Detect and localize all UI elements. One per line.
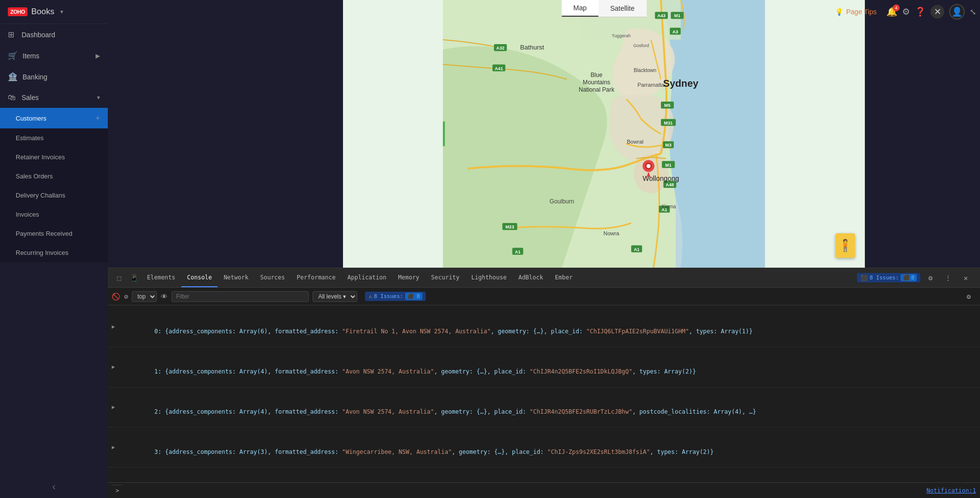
notification-link[interactable]: Notification:1 — [927, 487, 976, 494]
page-tips-button[interactable]: 💡 Page Tips — [830, 5, 882, 19]
console-line-3: ▶ 3: {address_components: Array(3), form… — [108, 427, 980, 468]
customers-add-icon[interactable]: + — [96, 114, 100, 123]
issues-badge[interactable]: ⬛ 8 Issues: ⬛ 8 — [857, 273, 920, 282]
issues-text: 8 Issues: — [374, 293, 403, 299]
tab-network[interactable]: Network — [218, 268, 254, 287]
svg-text:Bowral: Bowral — [627, 139, 643, 145]
satellite-view-button[interactable]: Satellite — [598, 0, 646, 17]
tab-memory[interactable]: Memory — [392, 268, 425, 287]
tab-sources[interactable]: Sources — [254, 268, 291, 287]
sidebar-item-label: Items — [23, 52, 39, 60]
avatar: 👤 — [949, 4, 965, 20]
sidebar-item-sales-orders[interactable]: Sales Orders — [0, 167, 108, 186]
console-issues-badge[interactable]: ⚠ 8 Issues: ⬛ 8 — [365, 292, 425, 301]
banking-icon: 🏦 — [8, 72, 18, 81]
sidebar-item-retainer-invoices[interactable]: Retainer Invoices — [0, 148, 108, 167]
tab-lighthouse[interactable]: Lighthouse — [466, 268, 513, 287]
header-actions: 💡 Page Tips 🔔 4 ⚙ ❓ ✕ 👤 ⤡ — [830, 4, 976, 20]
map-container[interactable]: Map Satellite — [343, 0, 865, 268]
devtools-tabbar: ⬚ 📱 Elements Console Network Sources Per… — [108, 268, 980, 288]
question-icon: ❓ — [915, 7, 926, 17]
console-eye-icon[interactable]: 👁 — [161, 293, 168, 300]
expand-arrow-icon[interactable]: ▶ — [112, 323, 115, 332]
issues-count-num: ⬛ 8 — [405, 293, 422, 300]
sidebar: ZOHO Books ▾ ⊞ Dashboard 🛒 Items ▶ 🏦 Ban… — [0, 0, 108, 498]
sidebar-item-delivery-challans[interactable]: Delivery Challans — [0, 186, 108, 205]
devtools-settings-icon[interactable]: ⚙ — [923, 271, 938, 285]
console-filter-input[interactable] — [172, 291, 309, 302]
lightbulb-icon: 💡 — [835, 8, 843, 16]
map-view-button[interactable]: Map — [562, 0, 598, 17]
console-clear-icon[interactable]: 🚫 — [112, 293, 120, 300]
settings-button[interactable]: ⚙ — [902, 6, 910, 17]
svg-text:Parramatta: Parramatta — [637, 82, 665, 88]
svg-text:A43: A43 — [657, 13, 665, 18]
console-context-select[interactable]: top — [132, 291, 157, 302]
street-view-icon[interactable]: 🧍 — [835, 233, 855, 258]
console-filter-icon[interactable]: ⊘ — [124, 293, 128, 300]
close-icon: ✕ — [931, 5, 944, 19]
help-button[interactable]: ❓ — [915, 6, 926, 17]
console-line-1: ▶ 1: {address_components: Array(4), form… — [108, 348, 980, 388]
tab-application[interactable]: Application — [342, 268, 392, 287]
expand-arrow-icon[interactable]: ▶ — [112, 403, 115, 412]
sidebar-item-sales[interactable]: 🛍 Sales ▾ — [0, 87, 108, 108]
expand-arrow-icon[interactable]: ▶ — [112, 443, 115, 452]
svg-text:Gosford: Gosford — [633, 43, 649, 48]
console-settings-icon[interactable]: ⚙ — [961, 289, 976, 304]
sidebar-collapse-button[interactable]: ‹ — [52, 481, 56, 492]
sidebar-item-estimates[interactable]: Estimates — [0, 128, 108, 148]
console-levels-select[interactable]: All levels ▾ — [313, 291, 357, 302]
invoices-label: Invoices — [16, 211, 39, 218]
profile-icon[interactable]: 👤 — [949, 4, 965, 20]
svg-text:M5: M5 — [664, 103, 671, 108]
payments-received-label: Payments Received — [16, 230, 73, 237]
customers-label: Customers — [16, 115, 47, 122]
console-output[interactable]: ▶ 0: {address_components: Array(6), form… — [108, 305, 980, 482]
close-button[interactable]: ✕ — [931, 5, 944, 19]
svg-text:Goulburn: Goulburn — [550, 198, 574, 205]
svg-text:A41: A41 — [495, 66, 503, 71]
tab-elements[interactable]: Elements — [141, 268, 181, 287]
svg-text:M3: M3 — [665, 143, 672, 148]
retainer-invoices-label: Retainer Invoices — [16, 153, 65, 161]
devtools-inspect-icon[interactable]: ⬚ — [112, 271, 126, 285]
svg-text:Blue: Blue — [590, 72, 603, 78]
console-line-0: ▶ 0: {address_components: Array(6), form… — [108, 307, 980, 348]
sidebar-item-invoices[interactable]: Invoices — [0, 205, 108, 224]
devtools-device-icon[interactable]: 📱 — [126, 271, 141, 285]
expand-icon[interactable]: ⤡ — [970, 7, 976, 17]
devtools-close-icon[interactable]: ✕ — [958, 271, 973, 285]
devtools-more-icon[interactable]: ⋮ — [941, 271, 956, 285]
right-panel — [865, 0, 980, 268]
tab-security[interactable]: Security — [425, 268, 466, 287]
sidebar-item-recurring-invoices[interactable]: Recurring Invoices — [0, 243, 108, 262]
sidebar-item-label: Banking — [23, 73, 48, 81]
svg-text:Mountains: Mountains — [583, 79, 610, 86]
main-content: Map Satellite — [108, 0, 980, 498]
app-name: Books — [31, 7, 54, 17]
issues-icon: ⬛ — [860, 274, 868, 281]
tab-adblock[interactable]: AdBlock — [513, 268, 549, 287]
sidebar-item-items[interactable]: 🛒 Items ▶ — [0, 45, 108, 66]
notification-button[interactable]: 🔔 4 — [886, 6, 897, 17]
tab-performance[interactable]: Performance — [291, 268, 342, 287]
zoho-brand: ZOHO — [8, 7, 27, 16]
prompt-arrow-icon: > — [116, 487, 119, 494]
logo-dropdown-icon[interactable]: ▾ — [60, 8, 63, 15]
svg-text:A1: A1 — [634, 247, 639, 252]
expand-arrow-icon[interactable]: ▶ — [112, 363, 115, 372]
svg-text:M31: M31 — [664, 121, 673, 125]
sidebar-item-payments-received[interactable]: Payments Received — [0, 224, 108, 243]
sidebar-item-dashboard[interactable]: ⊞ Dashboard — [0, 24, 108, 45]
svg-text:A3: A3 — [672, 29, 678, 34]
svg-text:Bathurst: Bathurst — [520, 44, 544, 51]
tab-ember[interactable]: Ember — [549, 268, 578, 287]
sidebar-item-label: Dashboard — [22, 31, 55, 39]
sidebar-item-customers[interactable]: Customers + — [0, 108, 108, 128]
sidebar-item-banking[interactable]: 🏦 Banking — [0, 66, 108, 87]
devtools-tabs: Elements Console Network Sources Perform… — [141, 268, 854, 287]
tab-console[interactable]: Console — [181, 268, 218, 287]
sales-submenu: Customers + Estimates Retainer Invoices … — [0, 108, 108, 262]
app-logo[interactable]: ZOHO Books ▾ — [0, 0, 108, 24]
